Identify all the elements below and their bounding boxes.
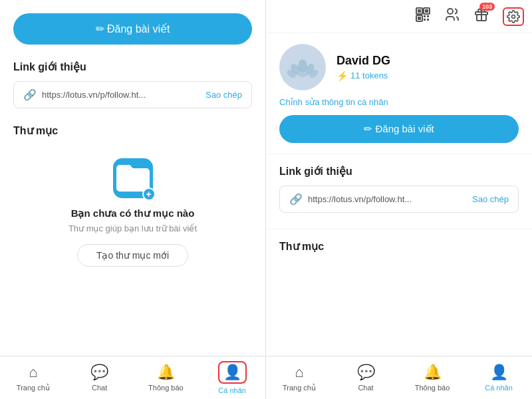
profile-section: David DG ⚡ 11 tokens	[279, 44, 519, 90]
link-box-left: 🔗 https://lotus.vn/p/follow.ht... Sao ch…	[13, 81, 252, 108]
nav-home-label-left: Trang chủ	[17, 384, 50, 392]
left-content: ✏ Đăng bài viết Link giới thiệu 🔗 https:…	[0, 0, 265, 356]
nav-home-label-right: Trang chủ	[283, 384, 316, 392]
svg-rect-7	[427, 15, 429, 17]
chat-icon-left: 💬	[90, 364, 108, 381]
right-content: David DG ⚡ 11 tokens Chỉnh sửa thông tin…	[266, 33, 532, 356]
nav-home-right[interactable]: ⌂ Trang chủ	[266, 360, 332, 396]
link-icon-left: 🔗	[23, 88, 37, 101]
right-header: 103	[266, 0, 532, 33]
friends-icon[interactable]	[444, 7, 460, 27]
folder-icon-wrap-left: +	[113, 158, 153, 198]
chat-icon-right: 💬	[357, 364, 375, 381]
svg-rect-8	[424, 19, 426, 21]
post-button-left[interactable]: ✏ Đăng bài viết	[13, 13, 252, 45]
folder-section-left: Thư mục + Bạn chưa có thư mục nào Thư mụ…	[13, 124, 252, 273]
folder-section-title-right: Thư mục	[279, 240, 519, 253]
nav-profile-label-left: Cá nhân	[218, 386, 246, 394]
avatar	[279, 44, 326, 90]
link-url-right: https://lotus.vn/p/follow.ht...	[308, 194, 467, 204]
svg-rect-1	[418, 9, 421, 13]
home-icon-right: ⌂	[295, 364, 303, 381]
gift-badge: 103	[479, 3, 495, 11]
folder-title-left: Thư mục	[13, 124, 252, 137]
nav-home-left[interactable]: ⌂ Trang chủ	[0, 360, 66, 396]
profile-icon-right: 👤	[490, 364, 508, 381]
profile-name: David DG	[336, 54, 519, 68]
folder-empty-left: + Bạn chưa có thư mục nào Thư mục giúp b…	[13, 145, 252, 273]
svg-rect-9	[427, 19, 429, 21]
notification-icon-right: 🔔	[424, 364, 442, 381]
token-icon: ⚡	[336, 70, 348, 81]
post-button-right[interactable]: ✏ Đăng bài viết	[279, 115, 519, 143]
nav-profile-border-left: 👤	[218, 361, 247, 384]
nav-profile-label-right: Cá nhân	[485, 384, 513, 392]
svg-rect-5	[418, 17, 421, 20]
settings-icon[interactable]	[503, 7, 524, 26]
copy-button-right[interactable]: Sao chép	[472, 194, 509, 204]
link-box-right: 🔗 https://lotus.vn/p/follow.ht... Sao ch…	[279, 186, 519, 213]
link-url-left: https://lotus.vn/p/follow.ht...	[42, 90, 200, 100]
notification-icon-left: 🔔	[157, 364, 175, 381]
profile-info: David DG ⚡ 11 tokens	[336, 54, 519, 81]
folder-empty-sub-left: Thư mục giúp bạn lưu trữ bài viết	[68, 223, 197, 233]
home-icon-left: ⌂	[29, 364, 37, 381]
bottom-nav-left: ⌂ Trang chủ 💬 Chat 🔔 Thông báo 👤 Cá nhân	[0, 356, 265, 399]
divider-right-2	[266, 229, 532, 229]
nav-chat-label-left: Chat	[92, 384, 107, 392]
link-section-title-left: Link giới thiệu	[13, 61, 252, 73]
nav-profile-left[interactable]: 👤 Cá nhân	[199, 357, 265, 398]
left-panel: ✏ Đăng bài viết Link giới thiệu 🔗 https:…	[0, 0, 266, 399]
bottom-nav-right: ⌂ Trang chủ 💬 Chat 🔔 Thông báo 👤 Cá nhân	[266, 356, 532, 399]
profile-icon-left: 👤	[223, 364, 241, 380]
link-section-title-right: Link giới thiệu	[279, 165, 519, 178]
nav-notification-label-right: Thông báo	[415, 384, 450, 392]
svg-rect-3	[425, 9, 428, 13]
right-panel: 103 David DG	[266, 0, 532, 399]
nav-chat-left[interactable]: 💬 Chat	[66, 360, 133, 396]
svg-rect-6	[424, 15, 426, 17]
svg-point-13	[512, 15, 515, 18]
nav-profile-right[interactable]: 👤 Cá nhân	[466, 360, 532, 396]
avatar-lotus-icon	[286, 51, 319, 84]
gift-icon[interactable]: 103	[473, 7, 489, 27]
create-folder-button-left[interactable]: Tạo thư mục mới	[77, 244, 188, 267]
nav-chat-right[interactable]: 💬 Chat	[332, 360, 399, 396]
folder-empty-title-left: Bạn chưa có thư mục nào	[71, 207, 195, 219]
qr-icon[interactable]	[415, 7, 431, 27]
nav-chat-label-right: Chat	[358, 384, 373, 392]
copy-button-left[interactable]: Sao chép	[205, 90, 242, 100]
nav-notification-label-left: Thông báo	[148, 384, 184, 392]
nav-notification-left[interactable]: 🔔 Thông báo	[133, 360, 200, 396]
edit-profile-link[interactable]: Chỉnh sửa thông tin cá nhân	[279, 97, 519, 107]
folder-plus-icon: +	[142, 188, 156, 201]
token-count: 11 tokens	[350, 70, 388, 80]
nav-notification-right[interactable]: 🔔 Thông báo	[399, 360, 466, 396]
svg-point-10	[448, 9, 453, 14]
link-icon-right: 🔗	[289, 193, 303, 205]
token-row: ⚡ 11 tokens	[336, 70, 519, 81]
svg-point-19	[298, 72, 307, 77]
divider-right	[266, 154, 532, 154]
